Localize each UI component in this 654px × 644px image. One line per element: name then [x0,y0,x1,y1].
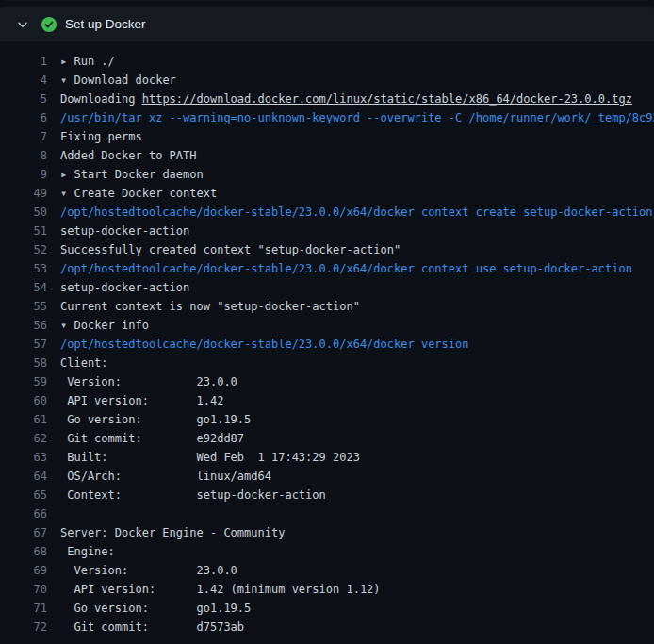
download-url-link[interactable]: https://download.docker.com/linux/static… [142,92,632,106]
log-group-toggle[interactable]: ▸ Run ./ [47,52,654,71]
log-text: API version: 1.42 (minimum version 1.12) [47,580,654,599]
triangle-down-icon: ▾ [60,187,67,200]
log-line: 50/opt/hostedtoolcache/docker-stable/23.… [0,203,654,222]
log-text: Context: setup-docker-action [47,486,654,504]
line-number[interactable]: 61 [0,410,47,429]
log-text: Git commit: d7573ab [47,618,654,636]
log-command-text: /opt/hostedtoolcache/docker-stable/23.0.… [47,335,654,354]
line-number[interactable]: 55 [0,297,47,316]
line-number[interactable]: 5 [0,90,47,108]
log-text: Server: Docker Engine - Community [47,523,654,542]
line-number[interactable]: 51 [0,222,47,240]
line-number[interactable]: 54 [0,278,47,297]
log-line: 7Fixing perms [0,127,654,146]
triangle-down-icon: ▾ [60,319,67,332]
line-number[interactable]: 64 [0,467,47,486]
triangle-right-icon: ▸ [60,168,67,181]
line-number[interactable]: 50 [0,203,47,222]
log-group-toggle[interactable]: ▾ Docker info [47,316,654,335]
triangle-down-icon: ▾ [60,74,67,87]
line-number[interactable]: 68 [0,542,47,561]
log-text: Successfully created context "setup-dock… [47,240,654,259]
chevron-down-icon[interactable] [15,17,30,32]
log-command-text: /opt/hostedtoolcache/docker-stable/23.0.… [47,259,654,278]
log-line: 61 Go version: go1.19.5 [0,410,654,429]
log-line: 56▾ Docker info [0,316,654,335]
log-text: Engine: [47,542,654,561]
line-number[interactable]: 69 [0,561,47,580]
log-text [47,504,654,523]
line-number[interactable]: 60 [0,391,47,410]
log-line: 60 API version: 1.42 [0,391,654,410]
log-line: 58Client: [0,354,654,372]
line-number[interactable]: 9 [0,165,47,184]
line-number[interactable]: 57 [0,335,47,354]
line-number[interactable]: 4 [0,71,47,90]
line-number[interactable]: 72 [0,618,47,636]
log-text: Fixing perms [47,127,654,146]
log-line: 8Added Docker to PATH [0,146,654,165]
log-text: setup-docker-action [47,222,654,240]
log-text: Added Docker to PATH [47,146,654,165]
log-lines-container: 1▸ Run ./4▾ Download docker5Downloading … [0,41,654,636]
log-line: 64 OS/Arch: linux/amd64 [0,467,654,486]
log-line: 5Downloading https://download.docker.com… [0,90,654,108]
log-line: 54setup-docker-action [0,278,654,297]
log-line: 53/opt/hostedtoolcache/docker-stable/23.… [0,259,654,278]
log-line: 71 Go version: go1.19.5 [0,599,654,618]
line-number[interactable]: 70 [0,580,47,599]
line-number[interactable]: 49 [0,184,47,203]
log-text: OS/Arch: linux/amd64 [47,467,654,486]
log-command-text: /usr/bin/tar xz --warning=no-unknown-key… [47,108,654,127]
line-number[interactable]: 8 [0,146,47,165]
line-number[interactable]: 7 [0,127,47,146]
log-text: Go version: go1.19.5 [47,410,654,429]
log-line: 55Current context is now "setup-docker-a… [0,297,654,316]
log-line: 59 Version: 23.0.0 [0,372,654,391]
log-text: Version: 23.0.0 [47,561,654,580]
line-number[interactable]: 66 [0,504,47,523]
log-line: 52Successfully created context "setup-do… [0,240,654,259]
line-number[interactable]: 56 [0,316,47,335]
log-line: 66 [0,504,654,523]
line-number[interactable]: 6 [0,108,47,127]
log-line: 63 Built: Wed Feb 1 17:43:29 2023 [0,448,654,467]
line-number[interactable]: 52 [0,240,47,259]
success-check-circle-icon [41,17,57,32]
log-line: 9▸ Start Docker daemon [0,165,654,184]
log-text: Built: Wed Feb 1 17:43:29 2023 [47,448,654,467]
log-line: 65 Context: setup-docker-action [0,486,654,504]
log-text: Client: [47,354,654,372]
log-line: 57/opt/hostedtoolcache/docker-stable/23.… [0,335,654,354]
line-number[interactable]: 62 [0,429,47,448]
log-text: Git commit: e92dd87 [47,429,654,448]
log-line: 67Server: Docker Engine - Community [0,523,654,542]
log-line: 70 API version: 1.42 (minimum version 1.… [0,580,654,599]
log-text: API version: 1.42 [47,391,654,410]
log-group-toggle[interactable]: ▾ Download docker [47,71,654,90]
log-group-toggle[interactable]: ▸ Start Docker daemon [47,165,654,184]
log-text: Version: 23.0.0 [47,372,654,391]
step-header[interactable]: Set up Docker [0,7,654,41]
log-line: 72 Git commit: d7573ab [0,618,654,636]
log-line: 51setup-docker-action [0,222,654,240]
log-line: 6/usr/bin/tar xz --warning=no-unknown-ke… [0,108,654,127]
line-number[interactable]: 63 [0,448,47,467]
line-number[interactable]: 53 [0,259,47,278]
log-line: 68 Engine: [0,542,654,561]
line-number[interactable]: 67 [0,523,47,542]
line-number[interactable]: 1 [0,52,47,71]
log-command-text: /opt/hostedtoolcache/docker-stable/23.0.… [47,203,654,222]
line-number[interactable]: 58 [0,354,47,372]
log-line: 69 Version: 23.0.0 [0,561,654,580]
line-number[interactable]: 59 [0,372,47,391]
log-line: 4▾ Download docker [0,71,654,90]
triangle-right-icon: ▸ [60,55,67,68]
line-number[interactable]: 71 [0,599,47,618]
log-line: 1▸ Run ./ [0,52,654,71]
log-line: 49▾ Create Docker context [0,184,654,203]
line-number[interactable]: 65 [0,486,47,504]
actions-log-viewer: Set up Docker 1▸ Run ./4▾ Download docke… [0,0,654,644]
log-text: Downloading https://download.docker.com/… [47,90,654,108]
log-group-toggle[interactable]: ▾ Create Docker context [47,184,654,203]
